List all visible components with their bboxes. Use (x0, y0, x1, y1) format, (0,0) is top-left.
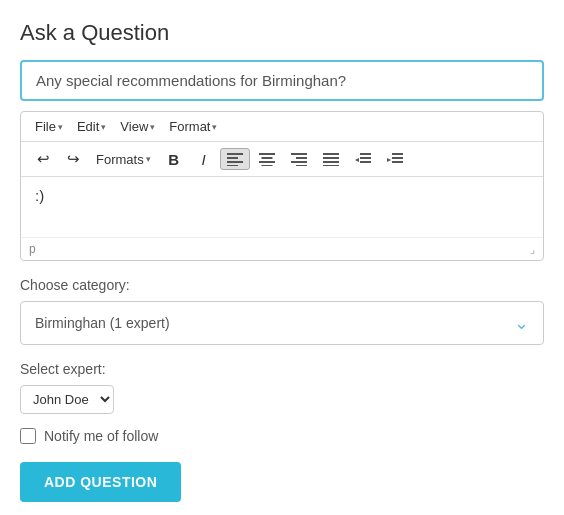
menu-format[interactable]: Format ▾ (163, 116, 223, 137)
align-justify-button[interactable] (316, 148, 346, 170)
align-center-icon (259, 152, 275, 166)
notify-checkbox[interactable] (20, 428, 36, 444)
indent-icon (387, 152, 403, 166)
svg-rect-13 (323, 157, 339, 159)
category-chevron-down-icon: ⌄ (514, 312, 529, 334)
editor-footer: p ⌟ (21, 237, 543, 260)
menu-file[interactable]: File ▾ (29, 116, 69, 137)
svg-rect-3 (227, 165, 238, 166)
svg-rect-6 (259, 161, 275, 163)
expert-select[interactable]: John Doe (20, 385, 114, 414)
editor-menubar: File ▾ Edit ▾ View ▾ Format ▾ (21, 112, 543, 142)
svg-rect-2 (227, 161, 243, 163)
undo-icon (37, 150, 50, 168)
outdent-icon (355, 152, 371, 166)
align-left-button[interactable] (220, 148, 250, 170)
svg-rect-1 (227, 157, 238, 159)
indent-button[interactable] (380, 148, 410, 170)
notify-row: Notify me of follow (20, 428, 544, 444)
undo-button[interactable] (29, 146, 57, 172)
svg-rect-18 (360, 161, 371, 163)
formats-chevron: ▾ (146, 154, 151, 164)
expert-label: Select expert: (20, 361, 544, 377)
svg-rect-20 (392, 153, 403, 155)
svg-rect-7 (261, 165, 272, 166)
svg-rect-9 (296, 157, 307, 159)
italic-button[interactable]: I (190, 147, 218, 172)
format-menu-chevron: ▾ (212, 122, 217, 132)
svg-marker-19 (355, 158, 359, 162)
add-question-button[interactable]: ADD QUESTION (20, 462, 181, 502)
svg-marker-23 (387, 158, 391, 162)
svg-rect-15 (323, 165, 339, 166)
category-selected-value: Birminghan (1 expert) (35, 315, 170, 331)
align-left-icon (227, 152, 243, 166)
align-right-icon (291, 152, 307, 166)
editor-body[interactable]: :) (21, 177, 543, 237)
editor-toolbar: Formats ▾ B I (21, 142, 543, 177)
notify-label: Notify me of follow (44, 428, 158, 444)
svg-rect-5 (261, 157, 272, 159)
question-input[interactable] (20, 60, 544, 101)
menu-edit[interactable]: Edit ▾ (71, 116, 112, 137)
editor-tag: p (29, 242, 36, 256)
svg-rect-12 (323, 153, 339, 155)
category-label: Choose category: (20, 277, 544, 293)
editor-wrapper: File ▾ Edit ▾ View ▾ Format ▾ Formats ▾ … (20, 111, 544, 261)
svg-rect-10 (291, 161, 307, 163)
resize-handle[interactable]: ⌟ (530, 243, 535, 256)
file-menu-chevron: ▾ (58, 122, 63, 132)
view-menu-chevron: ▾ (150, 122, 155, 132)
redo-icon (67, 150, 80, 168)
svg-rect-22 (392, 161, 403, 163)
category-dropdown[interactable]: Birminghan (1 expert) ⌄ (20, 301, 544, 345)
formats-dropdown[interactable]: Formats ▾ (89, 148, 158, 171)
svg-rect-14 (323, 161, 339, 163)
outdent-button[interactable] (348, 148, 378, 170)
align-justify-icon (323, 152, 339, 166)
align-right-button[interactable] (284, 148, 314, 170)
svg-rect-21 (392, 157, 403, 159)
svg-rect-17 (360, 157, 371, 159)
category-select-display[interactable]: Birminghan (1 expert) ⌄ (20, 301, 544, 345)
page-title: Ask a Question (20, 20, 544, 46)
svg-rect-11 (296, 165, 307, 166)
svg-rect-8 (291, 153, 307, 155)
svg-rect-16 (360, 153, 371, 155)
edit-menu-chevron: ▾ (101, 122, 106, 132)
menu-view[interactable]: View ▾ (114, 116, 161, 137)
bold-button[interactable]: B (160, 147, 188, 172)
redo-button[interactable] (59, 146, 87, 172)
align-center-button[interactable] (252, 148, 282, 170)
svg-rect-0 (227, 153, 243, 155)
svg-rect-4 (259, 153, 275, 155)
